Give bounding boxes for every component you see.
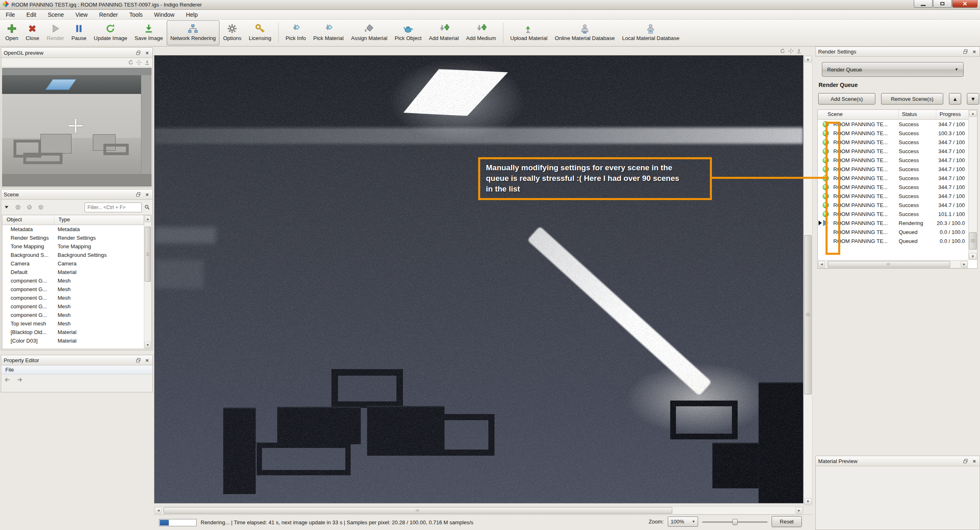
close-icon[interactable]: × bbox=[144, 192, 150, 197]
toolbar-button-upload-material[interactable]: Upload Material bbox=[507, 20, 551, 45]
remove-scenes-button[interactable]: Remove Scene(s) bbox=[881, 93, 943, 105]
forward-icon[interactable] bbox=[17, 377, 22, 383]
camera-filter-icon[interactable] bbox=[15, 205, 21, 210]
scene-tree-row[interactable]: [Blacktop Old...Material bbox=[2, 328, 144, 336]
scene-col-type[interactable]: Type bbox=[54, 215, 144, 225]
queue-horizontal-scrollbar[interactable]: ◄ ► bbox=[818, 260, 968, 268]
zoom-slider[interactable] bbox=[702, 518, 767, 526]
queue-row[interactable]: ROOM PANNING TE...Queued0.0 / 100.0 bbox=[818, 236, 968, 245]
menu-scene[interactable]: Scene bbox=[42, 11, 70, 19]
toolbar-button-pick-info[interactable]: Pick Info bbox=[282, 20, 310, 45]
scene-tree-row[interactable]: DefaultMaterial bbox=[2, 268, 144, 276]
scene-tree-row[interactable]: component G...Mesh bbox=[2, 285, 144, 294]
float-icon[interactable] bbox=[135, 192, 141, 197]
queue-row[interactable]: ROOM PANNING TE...Queued0.0 / 100.0 bbox=[818, 227, 968, 236]
scene-col-object[interactable]: Object bbox=[2, 215, 54, 225]
add-scenes-button[interactable]: Add Scene(s) bbox=[818, 93, 875, 105]
toolbar-button-online-material-database[interactable]: Online Material Database bbox=[551, 20, 619, 45]
close-icon[interactable]: × bbox=[144, 50, 150, 56]
queue-col-scene[interactable]: Scene bbox=[818, 110, 899, 119]
menu-tools[interactable]: Tools bbox=[123, 11, 148, 19]
queue-vertical-scrollbar[interactable]: ▲ ▼ bbox=[968, 110, 977, 260]
queue-row[interactable]: ROOM PANNING TE...Success344.7 / 100 bbox=[818, 200, 968, 209]
scene-tree-row[interactable]: component G...Mesh bbox=[2, 276, 144, 285]
close-button[interactable]: ✕ bbox=[952, 0, 978, 8]
menu-view[interactable]: View bbox=[69, 11, 93, 19]
float-icon[interactable] bbox=[135, 50, 141, 56]
pan-icon[interactable] bbox=[788, 48, 794, 54]
scene-filter-input[interactable] bbox=[85, 203, 142, 212]
scene-tree-row[interactable]: CameraCamera bbox=[2, 259, 144, 268]
zoom-dropdown[interactable]: 100% ▼ bbox=[668, 517, 698, 527]
queue-row[interactable]: ROOM PANNING TE...Success344.7 / 100 bbox=[818, 156, 968, 165]
cube-filter-icon[interactable] bbox=[38, 205, 44, 210]
toolbar-button-assign-material[interactable]: Assign Material bbox=[347, 20, 391, 45]
render-settings-page-dropdown[interactable]: Render Queue ▼ bbox=[822, 62, 964, 77]
float-icon[interactable] bbox=[962, 458, 968, 464]
toolbar-button-open[interactable]: Open bbox=[2, 20, 22, 45]
fit-icon[interactable] bbox=[796, 48, 802, 54]
rotate-icon[interactable] bbox=[780, 48, 785, 54]
queue-row[interactable]: ROOM PANNING TE...Success344.7 / 100 bbox=[818, 183, 968, 192]
toolbar-button-options[interactable]: Options bbox=[219, 20, 245, 45]
fit-icon[interactable] bbox=[144, 60, 150, 65]
zoom-slider-handle[interactable] bbox=[732, 519, 738, 525]
toolbar-button-add-medium[interactable]: Add Medium bbox=[463, 20, 500, 45]
scene-tree-row[interactable]: Background S...Background Settings bbox=[2, 251, 144, 259]
scene-tree-row[interactable]: component G...Mesh bbox=[2, 294, 144, 302]
toolbar-button-network-rendering[interactable]: Network Rendering bbox=[167, 20, 219, 45]
queue-row[interactable]: ROOM PANNING TE...Success344.7 / 100 bbox=[818, 147, 968, 156]
toolbar-button-pick-object[interactable]: Pick Object bbox=[391, 20, 425, 45]
queue-row[interactable]: ROOM PANNING TE...Success344.7 / 100 bbox=[818, 192, 968, 200]
scene-tree-row[interactable]: Render SettingsRender Settings bbox=[2, 234, 144, 242]
render-vertical-scrollbar[interactable]: ▲ ▼ bbox=[803, 55, 812, 506]
queue-row[interactable]: ROOM PANNING TE...Success344.7 / 100 bbox=[818, 120, 968, 129]
queue-row[interactable]: ROOM PANNING TE...Success101.1 / 100 bbox=[818, 209, 968, 218]
scene-tree-row[interactable]: component G...Mesh bbox=[2, 311, 144, 319]
toolbar-button-licensing[interactable]: Licensing bbox=[245, 20, 275, 45]
queue-row[interactable]: ROOM PANNING TE...Success100.3 / 100 bbox=[818, 129, 968, 138]
scene-tree-row[interactable]: Tone MappingTone Mapping bbox=[2, 242, 144, 251]
toolbar-button-save-image[interactable]: Save Image bbox=[131, 20, 166, 45]
toolbar-button-local-material-database[interactable]: Local Material Database bbox=[618, 20, 683, 45]
move-up-button[interactable]: ▲ bbox=[949, 93, 961, 105]
menu-window[interactable]: Window bbox=[148, 11, 180, 19]
queue-row[interactable]: ROOM PANNING TE...Rendering20.3 / 100.0 bbox=[818, 218, 968, 227]
search-icon[interactable] bbox=[144, 205, 150, 210]
sphere-filter-icon[interactable] bbox=[27, 205, 32, 210]
queue-col-status[interactable]: Status bbox=[899, 110, 936, 119]
menu-file[interactable]: File bbox=[0, 11, 21, 19]
scene-tree-row[interactable]: component G...Mesh bbox=[2, 302, 144, 311]
close-icon[interactable]: × bbox=[971, 49, 977, 55]
move-down-button[interactable]: ▼ bbox=[967, 93, 979, 105]
toolbar-button-add-material[interactable]: Add Material bbox=[425, 20, 463, 45]
float-icon[interactable] bbox=[962, 49, 968, 55]
scene-tree-row[interactable]: MetadataMetadata bbox=[2, 225, 144, 234]
minimize-button[interactable] bbox=[914, 0, 933, 8]
toolbar-button-close[interactable]: Close bbox=[22, 20, 43, 45]
close-icon[interactable]: × bbox=[971, 458, 977, 464]
toolbar-button-pause[interactable]: Pause bbox=[68, 20, 90, 45]
queue-col-progress[interactable]: Progress bbox=[936, 110, 969, 119]
close-icon[interactable]: × bbox=[144, 357, 150, 363]
menu-help[interactable]: Help bbox=[180, 11, 204, 19]
scene-tree-row[interactable]: [Color D03]Material bbox=[2, 336, 144, 345]
toolbar-button-update-image[interactable]: Update Image bbox=[90, 20, 131, 45]
render-horizontal-scrollbar[interactable]: ◄ ► bbox=[154, 506, 803, 514]
queue-row[interactable]: ROOM PANNING TE...Success344.7 / 100 bbox=[818, 138, 968, 147]
rotate-icon[interactable] bbox=[128, 60, 134, 65]
render-viewport[interactable] bbox=[154, 55, 803, 503]
zoom-reset-button[interactable]: Reset bbox=[772, 516, 802, 527]
dropdown-arrow-icon[interactable] bbox=[4, 205, 9, 210]
toolbar-button-pick-material[interactable]: Pick Material bbox=[310, 20, 347, 45]
property-editor-file-menu[interactable]: File bbox=[5, 367, 14, 373]
scene-scrollbar[interactable]: ▲ ▼ bbox=[144, 215, 151, 349]
scene-tree-row[interactable]: Top level meshMesh bbox=[2, 319, 144, 328]
maximize-button[interactable] bbox=[933, 0, 952, 8]
back-icon[interactable] bbox=[4, 377, 10, 383]
float-icon[interactable] bbox=[135, 357, 141, 363]
queue-row[interactable]: ROOM PANNING TE...Success344.7 / 100 bbox=[818, 165, 968, 174]
menu-edit[interactable]: Edit bbox=[21, 11, 42, 19]
pan-icon[interactable] bbox=[136, 60, 142, 65]
queue-row[interactable]: ROOM PANNING TE...Success344.7 / 100 bbox=[818, 174, 968, 183]
